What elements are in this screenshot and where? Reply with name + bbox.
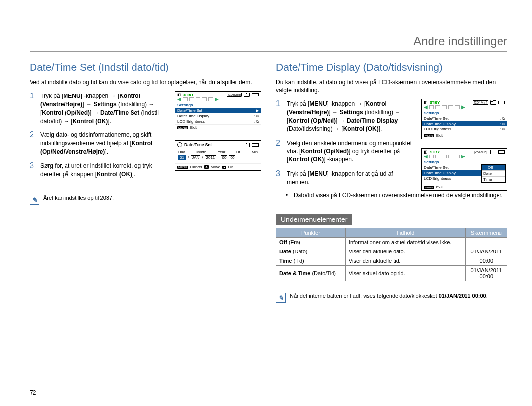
intro-left: Ved at indstille dato og tid kan du vise… [30,78,261,86]
remaining-time: [254Min] [473,150,488,154]
lcd-menu-settings: ◧ STBY [254Min] ◀ ▶ Settings [175,91,261,131]
note-right: ✎ Når det interne batteri er fladt, vise… [276,293,507,303]
menu-button-icon: MENU [177,166,188,169]
value-year: 2011 [205,155,216,160]
arrow-left-icon: ◀ [177,97,181,101]
card-icon [244,143,250,147]
right-column: Date/Time Display (Dato/tidsvisning) Du … [276,62,507,303]
card-icon [490,150,496,154]
submenu-table: Punkter Indhold Skærmmenu Off (Fra) Info… [276,228,507,281]
dialog-title: Date/Time Set [184,142,242,147]
page-header: Andre indstillinger [30,34,507,52]
step-3: 3 Sørg for, at uret er indstillet korrek… [30,161,169,179]
icon [429,155,434,158]
menu-item: Date/Time Set [422,165,481,170]
note-icon: ✎ [276,293,286,303]
td-indhold: Viser den aktuelle dato. [345,247,466,256]
col-label: Month [196,150,206,154]
col-label: Year [218,150,225,154]
value-day: 01 [178,155,186,160]
arrow-right-icon: ▶ [461,105,465,109]
step-number: 1 [30,91,36,100]
menu-button-icon: MENU [177,126,188,129]
menu-category: Settings [422,159,481,165]
icon [208,97,213,101]
menu-item: Date/Time Display [422,170,481,176]
menu-item: Date/Time Display: ⧉ [175,113,261,119]
menu-item: LCD Brightness [422,176,481,181]
icon [196,97,200,101]
icon [455,155,460,158]
value-month: JAN [191,155,200,160]
icon [442,155,447,158]
td-punkter: Date (Dato) [276,247,346,256]
step-number: 2 [276,138,283,148]
th-skaerm: Skærmmenu [466,228,507,238]
section-heading-right: Date/Time Display (Dato/tidsvisning) [276,62,507,73]
intro-right: Du kan indstille, at dato og tid vises p… [276,78,507,94]
step-number: 3 [276,169,283,178]
submenu-popup: ✔Off Date Time [481,164,506,183]
lcd-menu-settings: ◧ STBY [254Min] ◀ ▶ Settings [421,99,507,139]
left-steps: 1 Tryk på [MENU] -knappen → [Kontrol (Ve… [30,91,169,183]
table-row: Time (Tid) Viser den aktuelle tid. 00:00 [276,256,507,266]
battery-icon [252,143,259,147]
note-text: Året kan indstilles op til 2037. [43,195,114,201]
ok-icon: ● [222,166,226,169]
th-punkter: Punkter [276,228,346,238]
dialog-footer: MENU Cancel ✥ Move ● OK [175,163,261,170]
exit-label: Exit [436,133,443,138]
col-label: Min [252,150,258,154]
bullet-info: • Dato/tid vises på LCD-skærmen i overen… [286,191,507,200]
submenu-item: Date [482,171,505,177]
submenu-item: Time [482,177,505,182]
td-punkter: Date & Time (Dato/Tid) [276,266,346,281]
menu-item: Date/Time Set▶ [175,108,261,113]
step-1: 1 Tryk på [MENU] -knappen → [Kontrol (Ve… [30,91,169,125]
table-row: Off (Fra) Informationer om aktuel dato/t… [276,238,507,247]
td-indhold: Viser aktuel dato og tid. [345,266,466,281]
icon [435,155,440,158]
icon [189,97,194,101]
stby-label: STBY [183,93,194,97]
table-row: Date (Dato) Viser den aktuelle dato. 01/… [276,247,507,256]
icon [442,105,447,109]
battery-icon [252,93,259,96]
manual-page: Andre indstillinger Date/Time Set (Indst… [0,0,532,406]
arrow-right-icon: ▶ [215,97,219,101]
icon [448,105,453,109]
step-text: Sørg for, at uret er indstillet korrekt,… [40,161,169,179]
lcd-date-dialog: Date/Time Set Day Month Year Hr Min [175,140,261,171]
menu-footer: MENU Exit [175,124,261,131]
dpad-icon: ✥ [204,165,209,169]
menu-button-icon: MENU [424,186,434,189]
icon [455,105,460,109]
note-left: ✎ Året kan indstilles op til 2037. [30,195,261,205]
icon [448,155,453,158]
two-column-layout: Date/Time Set (Indstil dato/tid) Ved at … [30,62,507,303]
card-icon [244,93,250,97]
stby-label: STBY [430,100,440,105]
right-screenshots: ◧ STBY [254Min] ◀ ▶ Settings [421,99,507,191]
card-icon [490,100,496,105]
lcd-menu-submenu: ◧ STBY [254Min] ◀ ▶ [421,148,507,191]
bullet-text: Dato/tid vises på LCD-skærmen i overenss… [294,191,503,200]
td-punkter: Off (Fra) [276,238,346,247]
step-text: Tryk på [MENU] -knappen → [Kontrol (Vens… [40,91,169,125]
step-2: 2 Vælg dato- og tidsinformationerne, og … [30,130,169,156]
step-number: 1 [276,99,283,108]
cancel-label: Cancel [190,165,202,169]
step-text: Tryk på [MENU] -knappen for at gå ud af … [287,169,415,187]
remaining-time: [254Min] [473,100,488,105]
left-screenshots: ◧ STBY [254Min] ◀ ▶ Settings [175,91,261,183]
step-text: Vælg den ønskede undermenu og menupunkte… [287,138,415,164]
menu-item: Date/Time Display: ⧉ [422,121,507,126]
sub-heading: Undermenuelementer [276,214,352,225]
menu-category: Settings [175,102,261,108]
td-indhold: Informationer om aktuel dato/tid vises i… [345,238,466,247]
menu-category: Settings [422,110,507,116]
menu-item: LCD Brightness: ⧉ [422,126,507,132]
td-skaerm: 01/JAN/2011 [466,247,507,256]
icon [429,105,434,109]
right-steps: 1 Tryk på [MENU] -knappen → [Kontrol (Ve… [276,99,415,191]
